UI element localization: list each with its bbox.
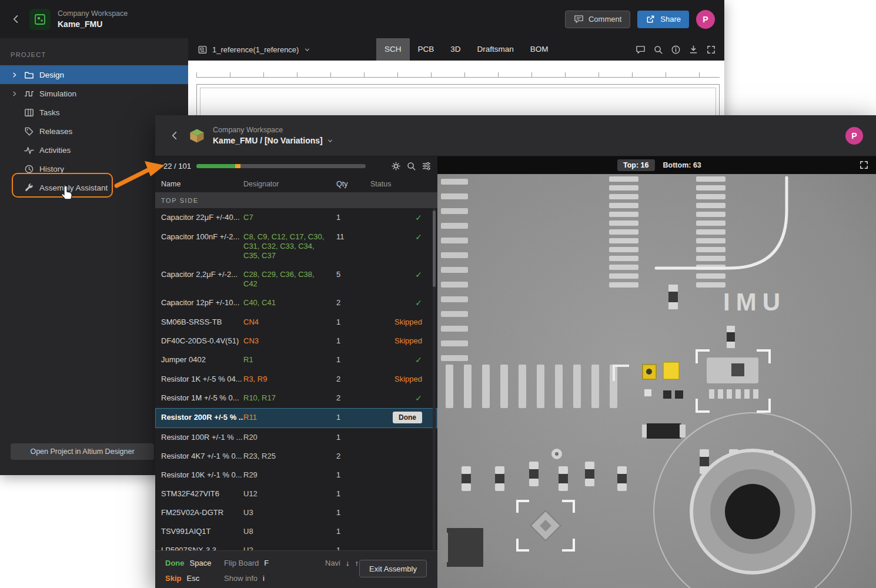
filter-sliders-icon[interactable]	[422, 161, 432, 171]
shortcut-skip-label: Skip	[165, 574, 181, 583]
settings-gear-icon[interactable]	[391, 161, 401, 171]
component-designators: R3, R9	[243, 375, 332, 384]
component-name: STM32F427VIT6	[155, 489, 243, 499]
top-side-counter[interactable]: Top: 16	[617, 159, 655, 171]
assembly-row[interactable]: Resistor 1M +/-5 % 0...R10, R172✓	[155, 389, 437, 408]
component-qty: 2	[332, 393, 370, 403]
open-project-button[interactable]: Open Project in Altium Designer	[11, 443, 154, 460]
info-icon[interactable]	[671, 45, 681, 55]
column-designator[interactable]: Designator	[243, 180, 332, 188]
pcb-viewport[interactable]: IMU	[437, 174, 876, 588]
pcb-fullscreen-icon[interactable]	[859, 160, 869, 172]
component-status: Skipped	[370, 375, 437, 384]
pcb-render: IMU	[437, 174, 876, 588]
component-name: Resistor 4K7 +/-1 % 0...	[155, 452, 243, 461]
share-button[interactable]: Share	[637, 11, 689, 28]
shortcut-flip-key: F	[264, 559, 269, 567]
assembly-row[interactable]: Resistor 100R +/-1 % ...R201	[155, 428, 437, 447]
tab-pcb[interactable]: PCB	[410, 38, 443, 61]
tab-bom[interactable]: BOM	[522, 38, 557, 61]
assembly-row[interactable]: Resistor 10K +/-1 % 0...R291	[155, 466, 437, 485]
schematic-viewport[interactable]	[188, 61, 724, 115]
tab-3d[interactable]: 3D	[442, 38, 469, 61]
component-qty: 1	[332, 355, 370, 365]
fullscreen-icon[interactable]	[706, 45, 716, 55]
comments-panel-icon[interactable]	[636, 45, 646, 55]
component-designators: C7	[243, 213, 332, 222]
column-status[interactable]: Status	[370, 180, 437, 188]
shortcut-done-key: Space	[190, 559, 212, 567]
sidebar-item-design[interactable]: Design	[0, 65, 188, 84]
component-status: Skipped	[370, 336, 437, 346]
component-name: FM25V02A-DGTR	[155, 508, 243, 517]
sidebar-item-simulation[interactable]: Simulation	[0, 84, 188, 103]
assembly-row[interactable]: Resistor 4K7 +/-1 % 0...R23, R252	[155, 447, 437, 466]
component-designators: R11	[243, 413, 332, 422]
assembly-row[interactable]: Capacitor 100nF +/-2...C8, C9, C12, C17,…	[155, 228, 437, 265]
tab-sch[interactable]: SCH	[376, 38, 410, 61]
assembly-row[interactable]: LP5907SNX-3.3U21	[155, 541, 437, 550]
waveform-icon	[24, 89, 34, 99]
column-name[interactable]: Name	[155, 180, 243, 188]
assistant-header: Company Workspace Kame_FMU / [No Variati…	[155, 115, 876, 156]
component-name: TSV991AIQ1T	[155, 527, 243, 536]
assembly-row[interactable]: Resistor 1K +/-5 % 04...R3, R92Skipped	[155, 370, 437, 389]
package-icon	[188, 127, 206, 145]
tab-draftsman[interactable]: Draftsman	[469, 38, 522, 61]
assembly-row[interactable]: Capacitor 22μF +/-40...C71✓	[155, 208, 437, 228]
user-avatar[interactable]: P	[696, 10, 715, 29]
user-avatar[interactable]: P	[845, 127, 863, 145]
component-qty: 2	[332, 298, 370, 308]
bottom-side-counter[interactable]: Bottom: 63	[663, 161, 701, 169]
component-qty: 2	[332, 375, 370, 384]
chevron-down-icon	[303, 46, 311, 54]
done-check-icon: ✓	[415, 213, 422, 222]
workspace-label: Company Workspace	[58, 9, 128, 18]
assembly-row[interactable]: Resistor 200R +/-5 % ...R111Done	[155, 408, 437, 428]
component-name: Capacitor 22μF +/-40...	[155, 213, 243, 222]
tool-icon	[24, 183, 34, 193]
assembly-row[interactable]: FM25V02A-DGTRU31	[155, 503, 437, 522]
shortcut-info-label: Show info	[224, 574, 258, 583]
assembly-row[interactable]: Capacitor 12pF +/-10...C40, C412✓	[155, 293, 437, 313]
component-qty: 1	[332, 318, 370, 327]
assembly-row[interactable]: DF40C-20DS-0.4V(51)CN31Skipped	[155, 332, 437, 350]
component-status: ✓	[370, 213, 437, 223]
shortcut-navi-key-down: ↓	[346, 559, 350, 567]
project-path[interactable]: Kame_FMU / [No Variations]	[213, 136, 323, 145]
scrollbar-thumb[interactable]	[433, 211, 436, 287]
sidebar-item-label: History	[39, 165, 64, 173]
component-status: ✓	[370, 270, 437, 280]
chevron-down-icon[interactable]	[326, 137, 334, 145]
tag-icon	[24, 126, 34, 136]
component-designators: R1	[243, 355, 332, 365]
assembly-row[interactable]: SM06B-SRSS-TBCN41Skipped	[155, 313, 437, 332]
exit-assembly-button[interactable]: Exit Assembly	[359, 560, 427, 577]
component-qty: 1	[332, 433, 370, 442]
component-name: Resistor 1K +/-5 % 04...	[155, 375, 243, 384]
project-icon	[29, 9, 51, 30]
column-qty[interactable]: Qty	[332, 180, 370, 188]
sidebar-item-label: Simulation	[39, 89, 76, 98]
component-qty: 1	[332, 527, 370, 536]
component-designators: CN3	[243, 336, 332, 346]
assembly-panel: 22 / 101 Name Designator Qty Status TOP …	[155, 156, 437, 588]
component-designators: U12	[243, 489, 332, 499]
download-icon[interactable]	[688, 45, 698, 55]
assembly-row[interactable]: Capacitor 2,2μF +/-2...C28, C29, C36, C3…	[155, 265, 437, 293]
assembly-row[interactable]: STM32F427VIT6U121	[155, 485, 437, 503]
search-icon[interactable]	[653, 45, 663, 55]
assembly-row[interactable]: TSV991AIQ1TU81	[155, 522, 437, 541]
back-button[interactable]	[168, 129, 181, 142]
document-selector[interactable]: 1_reference(1_reference)	[198, 38, 311, 61]
assembly-row[interactable]: Jumper 0402R11✓	[155, 350, 437, 370]
back-button[interactable]	[9, 13, 22, 26]
component-designators: CN4	[243, 318, 332, 327]
component-name: Resistor 200R +/-5 % ...	[155, 413, 243, 422]
search-icon[interactable]	[406, 161, 416, 171]
kanban-icon	[24, 108, 34, 118]
component-designators: R20	[243, 433, 332, 442]
component-qty: 1	[332, 413, 370, 422]
pcb-topbar: Top: 16 Bottom: 63	[437, 156, 876, 174]
comment-button[interactable]: Comment	[565, 11, 630, 28]
